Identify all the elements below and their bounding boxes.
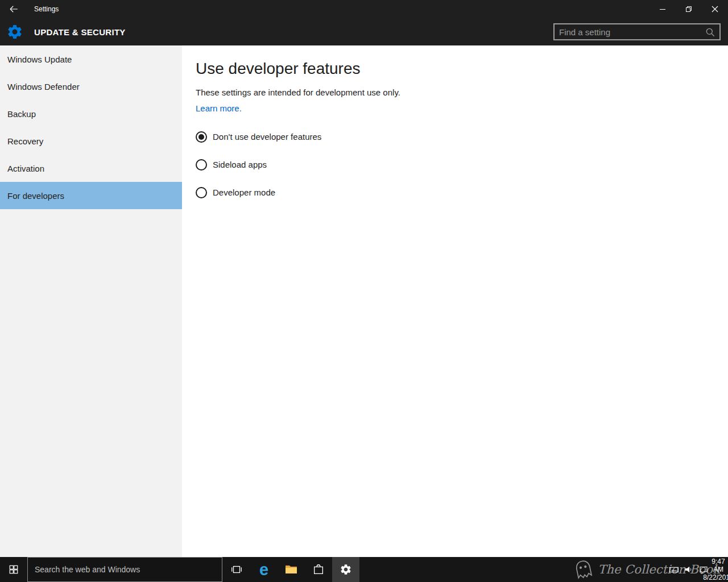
settings-gear-taskbar-icon: [340, 563, 352, 576]
search-icon[interactable]: [705, 27, 716, 38]
restore-icon: [685, 6, 692, 13]
file-explorer-button[interactable]: [278, 557, 305, 582]
radio-option-dont-use[interactable]: Don't use developer features: [196, 123, 728, 151]
page-section-title: UPDATE & SECURITY: [34, 18, 126, 45]
sidebar-item-label: Backup: [7, 109, 36, 119]
radio-label[interactable]: Don't use developer features: [213, 132, 321, 142]
sidebar-item-label: Windows Defender: [7, 82, 80, 92]
close-icon: [712, 6, 718, 13]
taskbar-clock[interactable]: 9:47 AM 8/22/2015: [711, 557, 726, 582]
sidebar-item-windows-update[interactable]: Windows Update: [0, 45, 182, 73]
system-tray: 9:47 AM 8/22/2015: [667, 557, 726, 582]
sidebar-item-label: For developers: [7, 191, 64, 201]
sidebar-item-label: Windows Update: [7, 55, 72, 64]
store-icon: [312, 563, 325, 576]
page-title: Use developer features: [196, 59, 728, 78]
store-button[interactable]: [305, 557, 332, 582]
find-a-setting-input[interactable]: [555, 24, 719, 39]
back-arrow-icon: [9, 4, 19, 14]
caption-buttons: [650, 0, 728, 18]
touch-keyboard-tray-icon[interactable]: [667, 557, 681, 582]
edge-button[interactable]: e: [250, 557, 278, 582]
taskbar-apps: e: [223, 557, 359, 582]
radio-label[interactable]: Developer mode: [213, 188, 275, 197]
sidebar-item-backup[interactable]: Backup: [0, 100, 182, 127]
find-a-setting-search: [553, 23, 721, 40]
sidebar-item-label: Recovery: [7, 136, 43, 146]
back-button[interactable]: [0, 0, 27, 18]
volume-tray-icon[interactable]: [681, 557, 696, 582]
window-title: Settings: [34, 5, 59, 13]
radio-option-sideload-apps[interactable]: Sideload apps: [196, 151, 728, 178]
app-header: UPDATE & SECURITY: [0, 18, 728, 45]
taskbar: e: [0, 557, 728, 582]
sidebar-item-label: Activation: [7, 164, 44, 173]
page-description: These settings are intended for developm…: [196, 88, 728, 98]
start-button[interactable]: [0, 557, 27, 582]
close-button[interactable]: [702, 0, 728, 18]
task-view-button[interactable]: [223, 557, 250, 582]
minimize-icon: [659, 6, 666, 13]
keyboard-icon: [669, 564, 679, 575]
titlebar: Settings: [0, 0, 728, 18]
sidebar-item-windows-defender[interactable]: Windows Defender: [0, 73, 182, 100]
radio-button-sideload-apps[interactable]: [196, 159, 207, 171]
taskbar-search-input[interactable]: [28, 558, 222, 581]
sidebar-item-recovery[interactable]: Recovery: [0, 127, 182, 155]
sidebar-item-for-developers[interactable]: For developers: [0, 182, 182, 209]
clock-time: 9:47 AM: [711, 558, 726, 573]
taskbar-search: [27, 557, 222, 582]
windows-logo-icon: [9, 564, 19, 575]
settings-sidebar: Windows Update Windows Defender Backup R…: [0, 45, 182, 557]
minimize-button[interactable]: [650, 0, 676, 18]
settings-gear-icon: [6, 23, 23, 40]
developer-options: Don't use developer features Sideload ap…: [196, 123, 728, 206]
radio-dot: [198, 134, 204, 140]
radio-label[interactable]: Sideload apps: [213, 160, 267, 169]
edge-icon: e: [259, 557, 268, 582]
main-content: Use developer features These settings ar…: [182, 45, 728, 557]
file-explorer-icon: [284, 563, 298, 576]
task-view-icon: [230, 563, 243, 576]
settings-taskbar-button[interactable]: [332, 557, 359, 582]
sidebar-item-activation[interactable]: Activation: [0, 155, 182, 182]
clock-date: 8/22/2015: [703, 573, 728, 581]
restore-button[interactable]: [676, 0, 702, 18]
learn-more-link[interactable]: Learn more.: [196, 103, 242, 114]
speaker-icon: [684, 564, 694, 575]
radio-button-developer-mode[interactable]: [196, 187, 207, 198]
radio-button-dont-use[interactable]: [196, 131, 207, 143]
radio-option-developer-mode[interactable]: Developer mode: [196, 178, 728, 206]
